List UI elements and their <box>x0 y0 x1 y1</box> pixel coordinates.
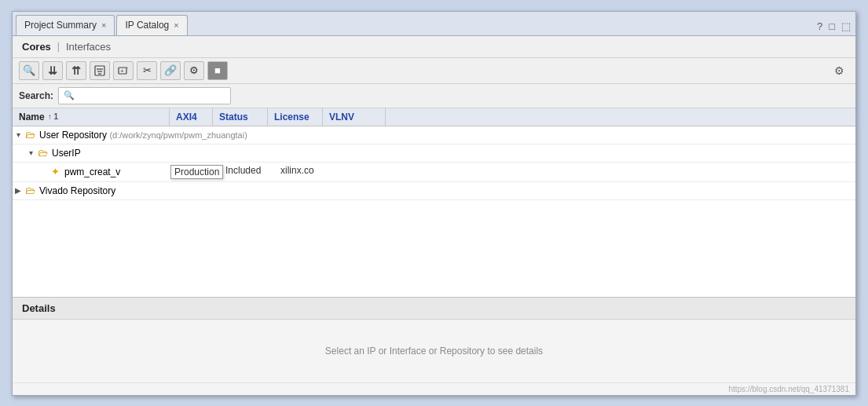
table-area: Name ↑ 1 AXI4 Status License VLNV ▾ 🗁 Us… <box>13 108 855 297</box>
col-header-axi4: AXI4 <box>170 108 213 126</box>
restore-button[interactable]: □ <box>829 20 835 31</box>
table-header: Name ↑ 1 AXI4 Status License VLNV <box>13 108 855 126</box>
main-window: Project Summary × IP Catalog × ? □ ⬚ Cor… <box>12 11 856 396</box>
status-badge: Production <box>170 165 223 179</box>
search-bar: Search: 🔍 <box>13 84 855 108</box>
nav-interfaces[interactable]: Interfaces <box>66 41 111 53</box>
ip-icon: ✦ <box>49 166 61 178</box>
tab-bar: Project Summary × IP Catalog × ? □ ⬚ <box>13 12 855 36</box>
folder-icon: 🗁 <box>24 185 36 197</box>
row-name-vivado-repo: Vivado Repository <box>39 185 639 196</box>
window-controls: ? □ ⬚ <box>817 20 851 31</box>
maximize-button[interactable]: ⬚ <box>841 20 851 31</box>
toggle-user-ip[interactable]: ▾ <box>25 148 36 159</box>
table-row[interactable]: ▾ 🗁 User Repository (d:/work/zynq/pwm/pw… <box>13 126 855 144</box>
cell-license: Included <box>225 165 280 179</box>
search-label: Search: <box>19 90 53 101</box>
filter-button[interactable] <box>90 61 110 80</box>
row-name-user-repo: User Repository (d:/work/zynq/pwm/pwm_zh… <box>39 130 639 141</box>
ip-settings-button[interactable]: ⚙ <box>184 61 204 80</box>
add-repo-button[interactable]: + <box>113 61 134 80</box>
sort-indicator: ↑ 1 <box>48 112 58 121</box>
toggle-vivado-repo[interactable]: ▶ <box>13 185 24 196</box>
expand-all-button[interactable]: ⇈ <box>66 61 86 80</box>
table-row[interactable]: ▶ 🗁 Vivado Repository <box>13 182 855 200</box>
cell-vlnv: xilinx.co <box>280 165 343 179</box>
search-button[interactable]: 🔍 <box>19 61 39 80</box>
cell-axi4 <box>127 165 170 179</box>
collapse-all-button[interactable]: ⇊ <box>42 61 63 80</box>
row-name-user-ip: UserIP <box>52 148 639 159</box>
folder-icon: 🗁 <box>24 129 36 141</box>
details-header: Details <box>13 298 855 320</box>
nav-separator: | <box>57 41 60 52</box>
col-header-name: Name ↑ 1 <box>13 108 170 126</box>
toggle-user-repo[interactable]: ▾ <box>13 130 24 141</box>
table-row[interactable]: ▶ ✦ pwm_creat_v Production Included xili… <box>13 163 855 182</box>
tab-project-summary-label: Project Summary <box>24 20 97 31</box>
col-header-status: Status <box>213 108 268 126</box>
stop-button[interactable]: ■ <box>207 61 228 80</box>
tab-ip-catalog-label: IP Catalog <box>125 20 169 31</box>
row-name-pwm: pwm_creat_v <box>64 166 127 177</box>
search-input-wrapper: 🔍 <box>58 87 231 104</box>
tab-ip-catalog-close[interactable]: × <box>174 21 178 30</box>
search-input[interactable] <box>78 90 225 101</box>
gear-settings-icon[interactable]: ⚙ <box>829 61 849 80</box>
help-button[interactable]: ? <box>817 20 822 31</box>
nav-cores[interactable]: Cores <box>22 41 51 53</box>
row-cells: Production Included xilinx.co <box>127 165 343 179</box>
table-row[interactable]: ▾ 🗁 UserIP <box>13 144 855 163</box>
details-content: Select an IP or Interface or Repository … <box>13 320 855 382</box>
folder-icon: 🗁 <box>36 147 49 159</box>
col-header-license: License <box>268 108 323 126</box>
toolbar: 🔍 ⇊ ⇈ + ✂ 🔗 ⚙ ■ ⚙ <box>13 58 855 84</box>
details-panel: Details Select an IP or Interface or Rep… <box>13 297 855 382</box>
tab-project-summary-close[interactable]: × <box>101 21 106 30</box>
connect-button[interactable]: 🔗 <box>160 61 181 80</box>
svg-text:+: + <box>120 68 124 75</box>
cell-status: Production <box>170 165 225 179</box>
details-placeholder: Select an IP or Interface or Repository … <box>325 346 543 357</box>
tab-ip-catalog[interactable]: IP Catalog × <box>116 15 187 35</box>
search-icon: 🔍 <box>64 90 75 101</box>
watermark: https://blog.csdn.net/qq_41371381 <box>13 382 855 395</box>
row-path-user-repo: (d:/work/zynq/pwm/pwm_zhuangtai) <box>109 130 247 140</box>
table-body: ▾ 🗁 User Repository (d:/work/zynq/pwm/pw… <box>13 126 855 297</box>
nav-bar: Cores | Interfaces <box>13 36 855 58</box>
col-header-vlnv: VLNV <box>323 108 386 126</box>
tab-project-summary[interactable]: Project Summary × <box>16 15 115 35</box>
customize-ip-button[interactable]: ✂ <box>137 61 157 80</box>
